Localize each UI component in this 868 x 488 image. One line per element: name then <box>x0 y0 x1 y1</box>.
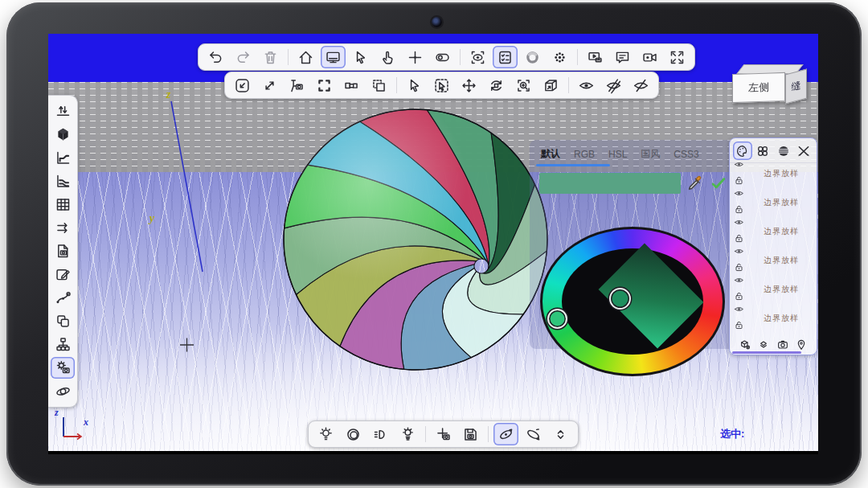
render-light-tool[interactable] <box>51 357 75 379</box>
comment-button[interactable] <box>610 46 635 68</box>
palette-tab-button[interactable] <box>733 141 752 160</box>
tree-icon <box>55 336 72 353</box>
crosshair-button[interactable] <box>403 46 428 68</box>
eyedropper-icon[interactable] <box>686 174 704 192</box>
confirm-check-icon[interactable] <box>710 174 727 192</box>
cursor-icon <box>406 77 423 94</box>
material-sphere-tab-button[interactable] <box>774 141 793 160</box>
select-cursor-button[interactable] <box>348 46 373 68</box>
view-cube-side-face[interactable]: 缝 <box>785 68 807 104</box>
current-color-swatch[interactable] <box>539 173 681 194</box>
solid-cube-tool[interactable] <box>51 124 75 146</box>
rings-tab-button[interactable] <box>754 141 773 160</box>
pan-hand-button[interactable] <box>375 46 400 68</box>
hue-selector[interactable] <box>547 309 567 329</box>
visibility-eye-icon[interactable] <box>734 303 750 318</box>
gem-icon <box>757 338 770 351</box>
object-row[interactable]: 边界放样 <box>734 159 813 188</box>
edit-sketch-tool[interactable] <box>51 264 75 285</box>
unlock-icon[interactable] <box>734 319 750 334</box>
show-button[interactable] <box>574 74 599 96</box>
resize-diagonal-button[interactable] <box>257 74 282 96</box>
tab-hsl[interactable]: HSL <box>608 147 627 161</box>
object-label: 边界放样 <box>750 226 813 237</box>
perspective-box-button[interactable] <box>538 74 563 96</box>
home-button[interactable] <box>293 46 318 68</box>
checklist-button[interactable] <box>493 46 518 68</box>
marquee-select-button[interactable] <box>429 74 454 96</box>
visibility-eye-icon[interactable] <box>734 245 750 260</box>
shrink-view-button[interactable] <box>230 74 255 96</box>
orbit-object-tool[interactable] <box>51 380 75 402</box>
directional-light-button[interactable] <box>368 423 393 445</box>
media-player-button[interactable] <box>583 46 608 68</box>
object-row[interactable]: 边界放样 <box>734 304 813 333</box>
idea-bulb-button[interactable] <box>313 423 338 445</box>
tab-css3[interactable]: CSS3 <box>674 147 698 161</box>
orbit-mode-button[interactable] <box>493 423 518 445</box>
eyeoff-icon <box>633 77 649 94</box>
save-snapshot-button[interactable] <box>458 423 483 445</box>
ambient-light-button[interactable] <box>341 423 366 445</box>
collapse-toolbar-button[interactable] <box>548 423 573 445</box>
add-cube-button[interactable] <box>737 337 753 353</box>
object-row[interactable]: 边界放样 <box>734 188 813 217</box>
tab-guofeng[interactable]: 国风 <box>641 147 660 161</box>
gem-layers-button[interactable] <box>755 337 772 353</box>
shade-selector[interactable] <box>609 288 631 310</box>
visibility-eye-icon[interactable] <box>734 274 750 289</box>
pick-cursor-button[interactable] <box>402 74 427 96</box>
snapshot-button[interactable] <box>775 337 791 353</box>
orbit-alt-button[interactable] <box>521 423 546 445</box>
path-points-tool[interactable] <box>51 287 75 309</box>
camera-tripod-button[interactable] <box>285 74 309 96</box>
drop-pin-button[interactable] <box>793 337 809 353</box>
hide-double-button[interactable] <box>601 74 626 96</box>
object-row[interactable]: 边界放样 <box>734 246 813 275</box>
hide-button[interactable] <box>628 74 653 96</box>
profile-curve-tool[interactable] <box>51 147 75 169</box>
file-snapshot-tool[interactable] <box>51 240 75 262</box>
object-row[interactable]: 边界放样 <box>734 275 813 304</box>
object-row[interactable]: 边界放样 <box>734 217 813 246</box>
zoom-area-button[interactable] <box>511 74 536 96</box>
tab-default[interactable]: 默认 <box>541 147 560 161</box>
double-arrow-tool[interactable] <box>51 217 75 239</box>
record-video-button[interactable] <box>637 46 662 68</box>
hierarchy-tool[interactable] <box>51 334 75 355</box>
rotate-button[interactable] <box>484 74 509 96</box>
zoomarea-icon <box>515 77 532 94</box>
axis-swap-tool[interactable] <box>51 100 75 122</box>
panel-scrollbar[interactable] <box>732 351 801 354</box>
redo-button[interactable] <box>231 46 256 68</box>
move-button[interactable] <box>457 74 481 96</box>
flower-button[interactable] <box>547 46 572 68</box>
color-tabs: 默认RGBHSL国风CSS3 <box>530 140 735 166</box>
grid-table-tool[interactable] <box>51 194 75 215</box>
visibility-eye-icon[interactable] <box>734 216 750 231</box>
duplicate-tool[interactable] <box>51 310 75 332</box>
focus-brackets-button[interactable] <box>312 74 337 96</box>
orbitcube-icon <box>55 383 72 400</box>
copy-frame-button[interactable] <box>366 74 391 96</box>
undo-button[interactable] <box>203 46 228 68</box>
view-cube[interactable]: 左侧 缝 <box>732 64 816 106</box>
view-cube-front-face[interactable]: 左侧 <box>732 72 785 103</box>
tab-rgb[interactable]: RGB <box>574 147 595 161</box>
connector-button[interactable] <box>339 74 364 96</box>
comment-icon <box>614 49 631 66</box>
fullscreen-button[interactable] <box>665 46 690 68</box>
torus-model[interactable] <box>283 107 555 375</box>
ring-button[interactable] <box>520 46 545 68</box>
display-mode-button[interactable] <box>321 46 346 68</box>
delete-button[interactable] <box>258 46 283 68</box>
copyframe-icon <box>371 77 387 94</box>
toggle-switch-button[interactable] <box>430 46 455 68</box>
visibility-eye-icon[interactable] <box>734 187 750 202</box>
profile-steps-tool[interactable] <box>51 170 75 192</box>
darts-tab-button[interactable] <box>795 141 814 160</box>
lamp-light-button[interactable] <box>395 423 420 445</box>
crosshair-snapshot-button[interactable] <box>431 423 456 445</box>
focus-view-button[interactable] <box>465 46 490 68</box>
visibility-eye-icon[interactable] <box>734 158 750 173</box>
